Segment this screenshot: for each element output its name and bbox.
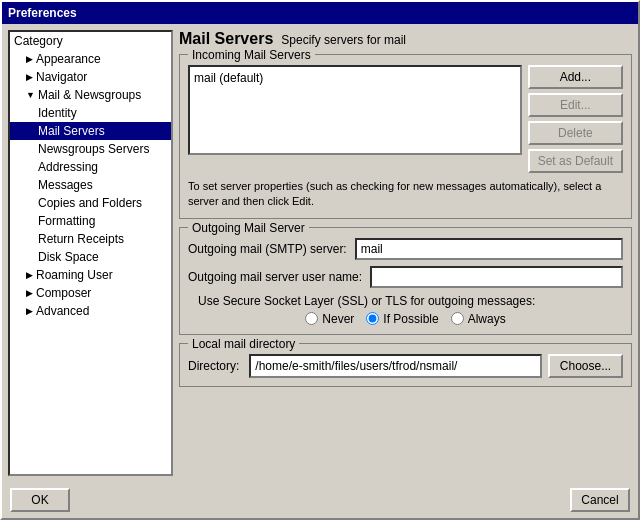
panel-header: Mail Servers Specify servers for mail: [179, 30, 632, 48]
advanced-triangle: [26, 306, 33, 316]
roaming-user-triangle: [26, 270, 33, 280]
ssl-ifpossible-option[interactable]: If Possible: [366, 312, 438, 326]
composer-label: Composer: [36, 286, 91, 300]
ssl-radio-group: Never If Possible Always: [188, 312, 623, 326]
ssl-always-radio[interactable]: [451, 312, 464, 325]
sidebar-item-newsgroups-servers[interactable]: Newsgroups Servers: [10, 140, 171, 158]
ssl-description-row: Use Secure Socket Layer (SSL) or TLS for…: [188, 294, 623, 308]
messages-label: Messages: [38, 178, 93, 192]
sidebar-item-roaming-user[interactable]: Roaming User: [10, 266, 171, 284]
directory-label: Directory:: [188, 359, 239, 373]
username-label: Outgoing mail server user name:: [188, 270, 362, 284]
preferences-dialog: Preferences Category Appearance Navigato…: [0, 0, 640, 520]
set-default-button[interactable]: Set as Default: [528, 149, 623, 173]
sidebar-item-mail-servers[interactable]: Mail Servers: [10, 122, 171, 140]
edit-button[interactable]: Edit...: [528, 93, 623, 117]
ssl-never-label: Never: [322, 312, 354, 326]
username-row: Outgoing mail server user name:: [188, 266, 623, 288]
outgoing-content: Outgoing mail (SMTP) server: Outgoing ma…: [188, 238, 623, 326]
ssl-never-radio[interactable]: [305, 312, 318, 325]
dialog-title: Preferences: [8, 6, 77, 20]
smtp-row: Outgoing mail (SMTP) server:: [188, 238, 623, 260]
footer: OK Cancel: [2, 482, 638, 518]
composer-triangle: [26, 288, 33, 298]
sidebar-item-category[interactable]: Category: [10, 32, 171, 50]
main-panel: Mail Servers Specify servers for mail In…: [179, 30, 632, 476]
sidebar-item-navigator[interactable]: Navigator: [10, 68, 171, 86]
mail-newsgroups-label: Mail & Newsgroups: [38, 88, 141, 102]
incoming-area: mail (default) Add... Edit... Delete Set…: [188, 65, 623, 173]
local-legend: Local mail directory: [188, 337, 299, 351]
sidebar-item-identity[interactable]: Identity: [10, 104, 171, 122]
cancel-button[interactable]: Cancel: [570, 488, 630, 512]
server-list-item[interactable]: mail (default): [194, 71, 516, 85]
ssl-never-option[interactable]: Never: [305, 312, 354, 326]
sidebar-item-formatting[interactable]: Formatting: [10, 212, 171, 230]
advanced-label: Advanced: [36, 304, 89, 318]
sidebar-item-addressing[interactable]: Addressing: [10, 158, 171, 176]
mail-newsgroups-triangle: [26, 90, 35, 100]
sidebar-item-appearance[interactable]: Appearance: [10, 50, 171, 68]
identity-label: Identity: [38, 106, 77, 120]
ssl-ifpossible-radio[interactable]: [366, 312, 379, 325]
mail-servers-label: Mail Servers: [38, 124, 105, 138]
sidebar-item-copies-folders[interactable]: Copies and Folders: [10, 194, 171, 212]
incoming-section: Incoming Mail Servers mail (default) Add…: [179, 54, 632, 219]
server-list[interactable]: mail (default): [188, 65, 522, 155]
appearance-triangle: [26, 54, 33, 64]
delete-button[interactable]: Delete: [528, 121, 623, 145]
username-input[interactable]: [370, 266, 623, 288]
navigator-triangle: [26, 72, 33, 82]
appearance-label: Appearance: [36, 52, 101, 66]
copies-folders-label: Copies and Folders: [38, 196, 142, 210]
add-button[interactable]: Add...: [528, 65, 623, 89]
disk-space-label: Disk Space: [38, 250, 99, 264]
category-label: Category: [14, 34, 63, 48]
ssl-ifpossible-label: If Possible: [383, 312, 438, 326]
smtp-input[interactable]: [355, 238, 623, 260]
addressing-label: Addressing: [38, 160, 98, 174]
smtp-label: Outgoing mail (SMTP) server:: [188, 242, 347, 256]
roaming-user-label: Roaming User: [36, 268, 113, 282]
local-section: Local mail directory Directory: Choose..…: [179, 343, 632, 387]
outgoing-section: Outgoing Mail Server Outgoing mail (SMTP…: [179, 227, 632, 335]
navigator-label: Navigator: [36, 70, 87, 84]
return-receipts-label: Return Receipts: [38, 232, 124, 246]
sidebar-item-composer[interactable]: Composer: [10, 284, 171, 302]
local-content: Directory: Choose...: [188, 354, 623, 378]
server-buttons: Add... Edit... Delete Set as Default: [528, 65, 623, 173]
incoming-legend: Incoming Mail Servers: [188, 48, 315, 62]
sidebar-item-mail-newsgroups[interactable]: Mail & Newsgroups: [10, 86, 171, 104]
sidebar-item-disk-space[interactable]: Disk Space: [10, 248, 171, 266]
ssl-description: Use Secure Socket Layer (SSL) or TLS for…: [198, 294, 535, 308]
sidebar: Category Appearance Navigator Mail & New…: [8, 30, 173, 476]
incoming-content: mail (default) Add... Edit... Delete Set…: [188, 65, 623, 210]
title-bar: Preferences: [2, 2, 638, 24]
ok-button[interactable]: OK: [10, 488, 70, 512]
formatting-label: Formatting: [38, 214, 95, 228]
page-subtitle: Specify servers for mail: [281, 33, 406, 47]
page-title: Mail Servers: [179, 30, 273, 48]
directory-row: Directory: Choose...: [188, 354, 623, 378]
ssl-always-option[interactable]: Always: [451, 312, 506, 326]
newsgroups-servers-label: Newsgroups Servers: [38, 142, 149, 156]
dialog-content: Category Appearance Navigator Mail & New…: [2, 24, 638, 482]
sidebar-item-messages[interactable]: Messages: [10, 176, 171, 194]
incoming-hint: To set server properties (such as checki…: [188, 179, 623, 210]
directory-input[interactable]: [249, 354, 542, 378]
sidebar-item-return-receipts[interactable]: Return Receipts: [10, 230, 171, 248]
sidebar-item-advanced[interactable]: Advanced: [10, 302, 171, 320]
outgoing-legend: Outgoing Mail Server: [188, 221, 309, 235]
ssl-always-label: Always: [468, 312, 506, 326]
choose-button[interactable]: Choose...: [548, 354, 623, 378]
